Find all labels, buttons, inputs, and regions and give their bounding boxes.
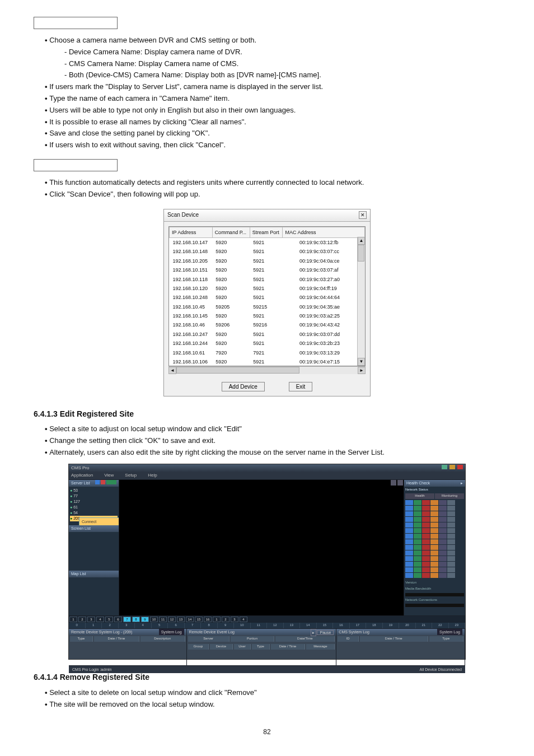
channel-button[interactable]: 4 <box>96 617 104 622</box>
channel-button[interactable]: 16 <box>204 617 212 622</box>
tree-node[interactable]: ● 61 <box>70 505 118 510</box>
panel-btn-icon[interactable] <box>95 480 100 484</box>
system-log-tab[interactable]: System Log <box>159 629 184 635</box>
health-cell <box>430 573 438 578</box>
exit-button[interactable]: Exit <box>289 382 313 391</box>
panel-btn-icon[interactable] <box>106 480 116 484</box>
table-row[interactable]: 192.168.10.1475920592100:19:9c:03:12:fb <box>170 237 365 247</box>
channel-button[interactable]: 4 <box>240 617 247 622</box>
th-portion[interactable]: Portion <box>231 636 275 642</box>
th-group[interactable]: Group <box>188 644 209 650</box>
th-type[interactable]: Type <box>429 636 463 642</box>
tree-node[interactable]: ● 77 <box>70 493 118 499</box>
li: This function automatically detects and … <box>45 177 500 189</box>
hour-tick: 10 <box>234 623 251 628</box>
th-datetime[interactable]: Date / Time <box>271 644 306 650</box>
timeline-ruler[interactable]: 01234567891011121314151617181920212223 <box>69 623 465 628</box>
table-row[interactable]: 192.168.10.2475920592100:19:9c:03:07:dd <box>170 330 365 339</box>
minimize-icon[interactable] <box>442 465 447 469</box>
table-row[interactable]: 192.168.10.1065920592100:19:9c:04:e7:15 <box>170 357 365 366</box>
menu-help[interactable]: Help <box>148 472 157 479</box>
tree-node[interactable]: ● 54 <box>70 510 118 516</box>
cell: 192.168.10.247 <box>170 330 213 339</box>
table-row[interactable]: 192.168.10.617920792100:19:9c:03:13:29 <box>170 348 365 357</box>
close-icon[interactable]: ✕ <box>359 211 367 219</box>
table-row[interactable]: 192.168.10.1455920592100:19:9c:03:a2:25 <box>170 311 365 320</box>
channel-button[interactable]: 2 <box>78 617 86 622</box>
channel-button[interactable]: 15 <box>195 617 203 622</box>
table-row[interactable]: 192.168.10.1185920592100:19:9c:03:27:a0 <box>170 275 365 284</box>
scroll-up-icon[interactable]: ▲ <box>358 237 365 245</box>
vertical-scrollbar[interactable]: ▲ ▼ <box>357 237 365 366</box>
channel-button[interactable]: 3 <box>87 617 95 622</box>
maximize-icon[interactable] <box>449 465 455 469</box>
th-type[interactable]: Type <box>70 636 93 642</box>
table-row[interactable]: 192.168.10.1205920592100:19:9c:04:ff:19 <box>170 284 365 293</box>
channel-button[interactable]: 9 <box>141 617 149 622</box>
cell: 00:19:9c:03:07:af <box>283 265 365 274</box>
scroll-left-icon[interactable]: ◄ <box>168 367 176 374</box>
scroll-right-icon[interactable]: ► <box>358 367 366 374</box>
cell: 5920 <box>212 284 250 293</box>
th-server[interactable]: Server <box>188 636 229 642</box>
th-desc[interactable]: Description <box>140 636 185 642</box>
th-user[interactable]: User <box>234 644 251 650</box>
menu-view[interactable]: View <box>104 472 114 479</box>
ctx-connect[interactable]: Connect <box>79 518 119 525</box>
hour-tick: 16 <box>333 623 350 628</box>
table-row[interactable]: 192.168.10.2485920592100:19:9c:04:44:64 <box>170 293 365 302</box>
close-icon[interactable] <box>457 465 463 469</box>
channel-button[interactable]: 14 <box>186 617 194 622</box>
play-icon[interactable]: ▸ <box>311 629 316 636</box>
col-ip[interactable]: IP Address <box>170 227 213 237</box>
health-cell <box>439 562 447 567</box>
toolbar-icon[interactable] <box>391 480 396 486</box>
channel-button[interactable]: 13 <box>177 617 185 622</box>
th-datetime[interactable]: Date / Time <box>360 636 428 642</box>
th-message[interactable]: Message <box>306 644 335 650</box>
channel-button[interactable]: 6 <box>114 617 122 622</box>
channel-button[interactable]: 7 <box>123 617 131 622</box>
col-streamport[interactable]: Stream Port <box>250 227 283 237</box>
th-datetime[interactable]: Date/Time <box>275 636 335 642</box>
menu-setup[interactable]: Setup <box>125 472 137 479</box>
table-row[interactable]: 192.168.10.2445920592100:19:9c:03:2b:23 <box>170 339 365 348</box>
tree-node[interactable]: ● 53 <box>70 488 118 493</box>
col-mac[interactable]: MAC Address <box>283 227 365 237</box>
channel-button[interactable]: 11 <box>159 617 167 622</box>
add-device-button[interactable]: Add Device <box>222 382 265 391</box>
scroll-down-icon[interactable]: ▼ <box>358 358 365 366</box>
media-bw-label: Media Bandwidth <box>404 586 465 592</box>
tree-node[interactable]: ● 127 <box>70 499 118 505</box>
channel-button[interactable]: 5 <box>105 617 113 622</box>
channel-button[interactable]: 12 <box>168 617 176 622</box>
cms-titlebar: CMS Pro <box>69 464 465 472</box>
channel-button[interactable]: 8 <box>132 617 140 622</box>
health-cell <box>422 522 430 528</box>
channel-button[interactable]: 1 <box>69 617 77 622</box>
health-cell <box>439 511 447 516</box>
pause-button[interactable]: Pause <box>317 630 334 635</box>
menu-application[interactable]: Application <box>71 472 93 479</box>
channel-button[interactable]: 3 <box>231 617 238 622</box>
channel-button[interactable]: 2 <box>222 617 229 622</box>
table-row[interactable]: 192.168.10.45592055921500:19:9c:04:35:ae <box>170 302 365 311</box>
channel-button[interactable]: 1 <box>213 617 221 622</box>
th-id[interactable]: ID <box>338 636 359 642</box>
th-device[interactable]: Device <box>210 644 232 650</box>
table-row[interactable]: 192.168.10.46592065921600:19:9c:04:43:42 <box>170 320 365 329</box>
table-row[interactable]: 192.168.10.1485920592100:19:9c:03:07:cc <box>170 247 365 256</box>
system-log-tab[interactable]: System Log <box>437 629 462 635</box>
channel-button[interactable]: 10 <box>150 617 158 622</box>
scroll-thumb[interactable] <box>358 245 364 262</box>
toolbar-icon[interactable] <box>397 480 403 486</box>
th-type[interactable]: Type <box>252 644 269 650</box>
panel-btn-icon[interactable] <box>101 480 105 484</box>
horizontal-scrollbar[interactable]: ◄ ► <box>168 366 366 374</box>
th-datetime[interactable]: Date / Time <box>94 636 139 642</box>
cell: 5921 <box>250 311 283 320</box>
col-cmdport[interactable]: Command P... <box>212 227 250 237</box>
table-row[interactable]: 192.168.10.2055920592100:19:9c:04:0a:ce <box>170 256 365 265</box>
scroll-thumb-h[interactable] <box>176 367 299 374</box>
table-row[interactable]: 192.168.10.1515920592100:19:9c:03:07:af <box>170 265 365 274</box>
